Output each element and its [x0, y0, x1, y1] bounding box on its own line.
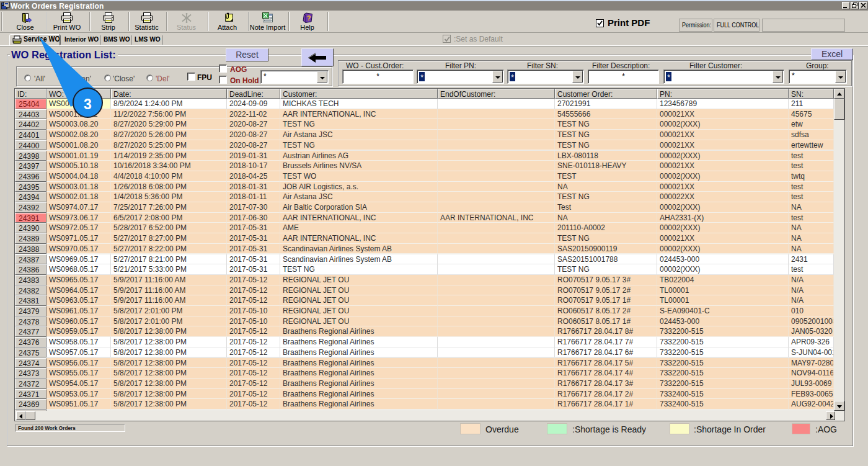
svg-text:3: 3 [84, 96, 92, 112]
